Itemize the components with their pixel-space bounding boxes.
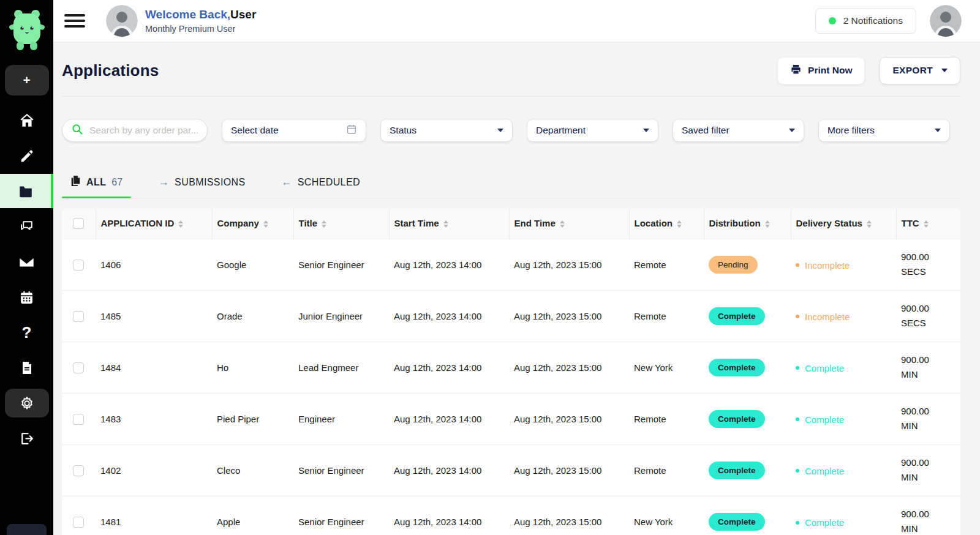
print-now-label: Print Now <box>808 65 852 76</box>
cell-company: Pied Piper <box>212 393 293 444</box>
question-icon: ? <box>22 323 32 342</box>
user-avatar[interactable] <box>106 5 138 37</box>
sidebar-item-logout[interactable] <box>0 421 53 456</box>
calendar-icon <box>19 290 34 305</box>
cell-company: Google <box>212 239 293 290</box>
row-checkbox[interactable] <box>73 465 84 476</box>
table-row: 1483 Pied Piper Engineer Aug 12th, 2023 … <box>62 393 960 444</box>
printer-icon <box>790 64 802 78</box>
cell-company: Cleco <box>212 444 293 496</box>
select-all-checkbox[interactable] <box>73 218 84 229</box>
chevron-down-icon <box>497 129 503 132</box>
chevron-down-icon <box>643 129 649 132</box>
chevron-down-icon <box>789 129 795 132</box>
tab-scheduled-label: SCHEDULED <box>298 177 360 188</box>
cell-company: Ho <box>212 342 293 393</box>
sidebar-item-documents[interactable] <box>0 350 53 386</box>
app-logo[interactable] <box>8 5 46 56</box>
department-filter-label: Department <box>536 125 586 136</box>
more-filters-label: More filters <box>827 125 875 136</box>
column-header-title[interactable]: Title <box>293 208 389 239</box>
column-header-distribution[interactable]: Distribution <box>704 208 791 239</box>
cell-application-id: 1481 <box>96 496 212 535</box>
table-header-row: APPLICATION IDCompanyTitleStart TimeEnd … <box>62 208 960 239</box>
cell-end-time: Aug 12th, 2023 15:00 <box>509 393 629 444</box>
status-dot-icon <box>796 366 799 370</box>
search-input[interactable] <box>89 125 198 136</box>
sidebar-item-home[interactable] <box>0 103 53 138</box>
row-checkbox[interactable] <box>73 311 84 322</box>
sidebar-item-messages[interactable] <box>0 208 53 244</box>
cell-end-time: Aug 12th, 2023 15:00 <box>509 290 629 342</box>
home-icon <box>19 113 35 129</box>
sort-icon[interactable] <box>263 220 268 228</box>
welcome-text: Welcome Back, <box>145 8 230 21</box>
notifications-button[interactable]: 2 Notifications <box>815 8 916 34</box>
hamburger-menu-icon[interactable] <box>64 14 85 28</box>
column-header-start[interactable]: Start Time <box>389 208 509 239</box>
tab-all-count: 67 <box>111 177 123 188</box>
sort-icon[interactable] <box>867 220 872 228</box>
cell-title: Junior Engineer <box>293 290 389 342</box>
tab-submissions[interactable]: → SUBMISSIONS <box>149 176 254 197</box>
saved-filter-label: Saved filter <box>682 125 729 136</box>
sidebar-item-help[interactable]: ? <box>0 315 53 350</box>
search-icon <box>71 123 83 138</box>
pages-icon <box>70 175 81 189</box>
distribution-badge: Complete <box>709 410 765 428</box>
sort-icon[interactable] <box>178 220 183 228</box>
cell-ttc: 900.00SECS <box>901 250 956 279</box>
app-root: + ? <box>0 0 980 535</box>
search-filter[interactable] <box>62 119 208 142</box>
column-header-ttc[interactable]: TTC <box>896 208 960 239</box>
cell-ttc: 900.00MIN <box>901 353 956 382</box>
sort-icon[interactable] <box>924 220 929 228</box>
notification-dot-icon <box>829 17 836 24</box>
delivery-status: Complete <box>796 517 844 528</box>
print-now-button[interactable]: Print Now <box>777 57 865 84</box>
cell-end-time: Aug 12th, 2023 15:00 <box>509 496 629 535</box>
cell-application-id: 1406 <box>96 239 212 290</box>
distribution-badge: Pending <box>709 256 758 274</box>
sort-icon[interactable] <box>765 220 770 228</box>
column-header-location[interactable]: Location <box>629 208 704 239</box>
sort-icon[interactable] <box>560 220 565 228</box>
sidebar-item-mail[interactable] <box>0 244 53 279</box>
top-bar: Welcome Back,User Monthly Premium User 2… <box>53 0 980 42</box>
cell-start-time: Aug 12th, 2023 14:00 <box>389 393 509 444</box>
sidebar-item-settings[interactable] <box>5 389 49 417</box>
department-filter[interactable]: Department <box>527 119 658 142</box>
date-filter[interactable]: Select date <box>222 119 366 142</box>
distribution-badge: Complete <box>709 513 765 531</box>
row-checkbox[interactable] <box>73 517 84 528</box>
column-header-id[interactable]: APPLICATION ID <box>96 208 212 239</box>
cell-company: Apple <box>212 496 293 535</box>
export-button[interactable]: EXPORT <box>880 57 960 84</box>
sort-icon[interactable] <box>322 220 326 228</box>
sidebar-item-calendar[interactable] <box>0 279 53 315</box>
sidebar-item-applications[interactable] <box>0 174 53 208</box>
cell-ttc: 900.00MIN <box>901 404 956 433</box>
column-header-delivery[interactable]: Delivery Status <box>791 208 896 239</box>
column-header-company[interactable]: Company <box>212 208 293 239</box>
tab-all[interactable]: ALL 67 <box>62 175 131 198</box>
delivery-status: Incomplete <box>796 260 850 271</box>
plus-icon: + <box>23 73 31 88</box>
cell-end-time: Aug 12th, 2023 15:00 <box>509 342 629 393</box>
more-filters[interactable]: More filters <box>818 119 950 142</box>
sidebar-nav: ? <box>0 103 53 456</box>
add-button[interactable]: + <box>5 65 49 95</box>
row-checkbox[interactable] <box>73 362 84 373</box>
cell-end-time: Aug 12th, 2023 15:00 <box>509 239 629 290</box>
saved-filter[interactable]: Saved filter <box>673 119 804 142</box>
sort-icon[interactable] <box>443 220 448 228</box>
row-checkbox[interactable] <box>73 414 84 425</box>
status-filter[interactable]: Status <box>380 119 513 142</box>
tab-scheduled[interactable]: ← SCHEDULED <box>273 176 369 197</box>
column-header-end[interactable]: End Time <box>509 208 629 239</box>
sidebar-item-edit[interactable] <box>0 138 53 174</box>
sort-icon[interactable] <box>677 220 682 228</box>
cell-location: Remote <box>629 393 704 444</box>
profile-avatar[interactable] <box>930 5 962 37</box>
row-checkbox[interactable] <box>73 260 84 271</box>
